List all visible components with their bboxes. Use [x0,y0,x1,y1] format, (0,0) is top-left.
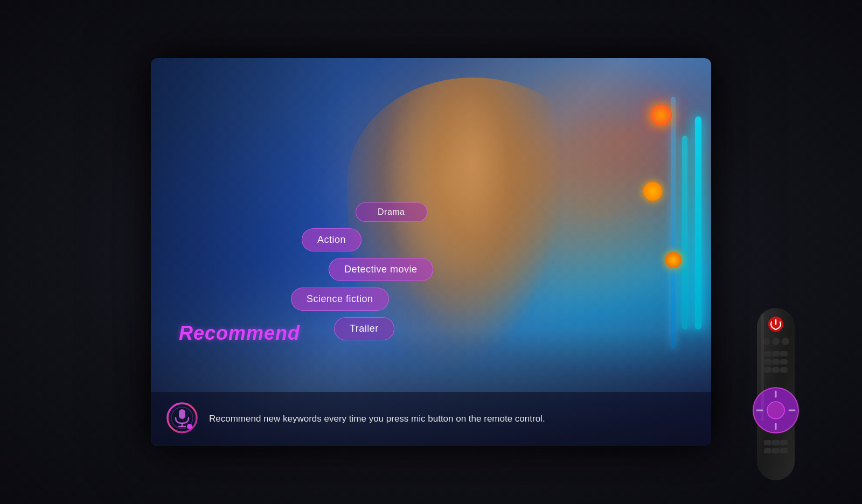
recommend-label: Recommend [179,322,300,345]
keyword-row-detective: Detective movie [291,258,433,281]
keywords-container: Drama Action Detective movie Science fic… [291,202,433,340]
svg-point-5 [187,424,192,429]
neon-light-3 [665,252,682,268]
keyword-pill-action[interactable]: Action [302,228,362,251]
svg-rect-15 [764,359,771,365]
svg-rect-13 [772,351,780,356]
keyword-pill-drama[interactable]: Drama [356,202,427,222]
svg-rect-35 [780,448,788,453]
svg-rect-12 [764,351,771,356]
svg-rect-2 [179,409,185,419]
neon-light-2 [643,182,662,201]
remote-control [733,276,819,493]
svg-rect-36 [761,313,764,421]
instruction-text: Recommend new keywords every time you pr… [209,412,545,425]
svg-point-10 [772,338,780,345]
keyword-row-science: Science fiction [291,288,433,311]
svg-rect-20 [780,367,788,373]
svg-rect-33 [764,448,771,453]
svg-rect-17 [780,359,788,365]
keyword-row-trailer: Trailer [291,317,433,340]
svg-rect-30 [764,440,771,445]
svg-rect-32 [780,440,788,445]
neon-bar-3 [671,97,676,349]
keyword-row-drama: Drama [291,202,433,222]
keyword-pill-science[interactable]: Science fiction [291,288,389,311]
mic-ring-icon [166,402,198,434]
svg-rect-31 [772,440,780,445]
mic-icon-container [166,402,198,436]
svg-point-11 [782,338,789,345]
svg-rect-16 [772,359,780,365]
neon-bar-1 [695,116,701,330]
svg-rect-19 [772,367,780,373]
svg-rect-14 [780,351,788,356]
keyword-pill-trailer[interactable]: Trailer [334,317,394,340]
svg-rect-34 [772,448,780,453]
remote-svg [733,276,819,491]
bottom-bar: Recommend new keywords every time you pr… [151,392,711,446]
neon-light-1 [650,104,672,126]
svg-rect-18 [764,367,771,373]
neon-bar-2 [682,136,687,330]
tv-screen: Recommend Drama Action Detective movie S… [151,58,711,446]
keyword-pill-detective[interactable]: Detective movie [329,258,433,281]
keyword-row-action: Action [291,228,433,251]
screen-content: Recommend Drama Action Detective movie S… [151,58,711,446]
